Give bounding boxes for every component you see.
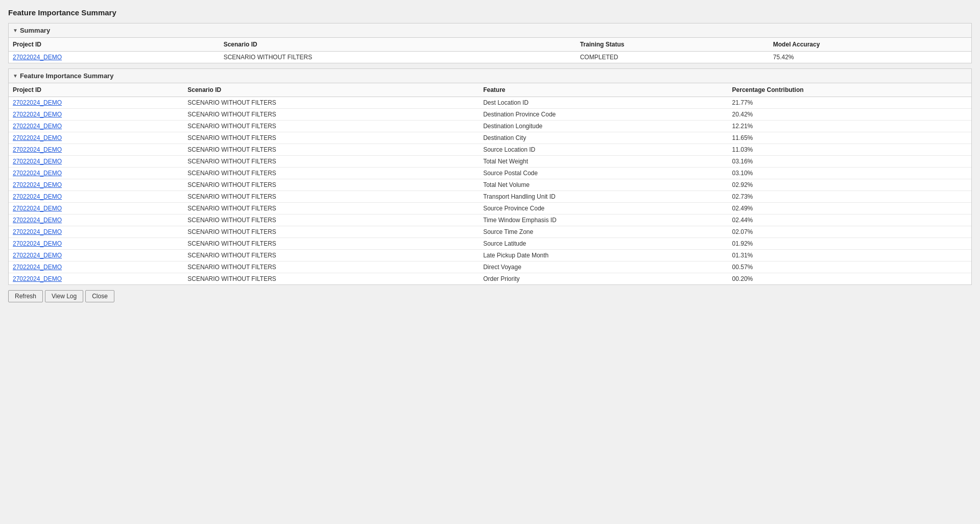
table-row: 27022024_DEMO SCENARIO WITHOUT FILTERS D… (9, 132, 971, 144)
fi-percentage-cell-10: 02.44% (728, 215, 971, 226)
fi-project-link-3[interactable]: 27022024_DEMO (13, 134, 62, 141)
fi-project-link-13[interactable]: 27022024_DEMO (13, 252, 62, 259)
fi-feature-cell-13: Late Pickup Date Month (479, 250, 728, 261)
fi-project-id-cell-9: 27022024_DEMO (9, 203, 183, 215)
fi-scenario-id-cell-8: SCENARIO WITHOUT FILTERS (183, 191, 479, 203)
fi-percentage-cell-2: 12.21% (728, 121, 971, 132)
fi-feature-cell-9: Source Province Code (479, 203, 728, 215)
fi-scenario-id-cell-4: SCENARIO WITHOUT FILTERS (183, 144, 479, 156)
fi-percentage-cell-0: 21.77% (728, 97, 971, 109)
fi-project-id-cell-8: 27022024_DEMO (9, 191, 183, 203)
fi-project-link-7[interactable]: 27022024_DEMO (13, 181, 62, 188)
summary-training-status-cell: COMPLETED (576, 52, 769, 63)
fi-project-id-cell-13: 27022024_DEMO (9, 250, 183, 261)
fi-feature-cell-2: Destination Longitude (479, 121, 728, 132)
table-row: 27022024_DEMO SCENARIO WITHOUT FILTERS L… (9, 250, 971, 261)
fi-scenario-id-cell-2: SCENARIO WITHOUT FILTERS (183, 121, 479, 132)
fi-project-link-4[interactable]: 27022024_DEMO (13, 146, 62, 153)
fi-project-id-cell-5: 27022024_DEMO (9, 156, 183, 168)
summary-model-accuracy-cell: 75.42% (769, 52, 971, 63)
summary-col-project-id: Project ID (9, 38, 220, 52)
fi-scenario-id-cell-0: SCENARIO WITHOUT FILTERS (183, 97, 479, 109)
fi-col-feature: Feature (479, 83, 728, 97)
summary-col-training-status: Training Status (576, 38, 769, 52)
close-button[interactable]: Close (85, 290, 114, 302)
summary-header-label: Summary (20, 27, 50, 34)
summary-section-header: ▼ Summary (9, 23, 971, 38)
feature-importance-section-header: ▼ Feature Importance Summary (9, 69, 971, 83)
fi-percentage-cell-11: 02.07% (728, 226, 971, 238)
fi-scenario-id-cell-10: SCENARIO WITHOUT FILTERS (183, 215, 479, 226)
fi-scenario-id-cell-3: SCENARIO WITHOUT FILTERS (183, 132, 479, 144)
fi-percentage-cell-1: 20.42% (728, 109, 971, 121)
fi-scenario-id-cell-6: SCENARIO WITHOUT FILTERS (183, 168, 479, 179)
fi-percentage-cell-3: 11.65% (728, 132, 971, 144)
table-row: 27022024_DEMO SCENARIO WITHOUT FILTERS S… (9, 144, 971, 156)
fi-feature-cell-3: Destination City (479, 132, 728, 144)
fi-feature-cell-4: Source Location ID (479, 144, 728, 156)
summary-table: Project ID Scenario ID Training Status M… (9, 38, 971, 63)
feature-table-header-row: Project ID Scenario ID Feature Percentag… (9, 83, 971, 97)
buttons-row: Refresh View Log Close (8, 290, 972, 302)
fi-project-id-cell-12: 27022024_DEMO (9, 238, 183, 250)
summary-table-header-row: Project ID Scenario ID Training Status M… (9, 38, 971, 52)
fi-project-id-cell-3: 27022024_DEMO (9, 132, 183, 144)
view-log-button[interactable]: View Log (45, 290, 83, 302)
collapse-icon: ▼ (13, 28, 18, 33)
fi-project-link-11[interactable]: 27022024_DEMO (13, 228, 62, 235)
fi-col-project-id: Project ID (9, 83, 183, 97)
fi-project-link-14[interactable]: 27022024_DEMO (13, 264, 62, 271)
fi-scenario-id-cell-9: SCENARIO WITHOUT FILTERS (183, 203, 479, 215)
table-row: 27022024_DEMO SCENARIO WITHOUT FILTERS D… (9, 261, 971, 273)
fi-project-id-cell-11: 27022024_DEMO (9, 226, 183, 238)
collapse-icon-2: ▼ (13, 73, 18, 79)
table-row: 27022024_DEMO SCENARIO WITHOUT FILTERS T… (9, 191, 971, 203)
fi-project-id-cell-2: 27022024_DEMO (9, 121, 183, 132)
fi-project-id-cell-7: 27022024_DEMO (9, 179, 183, 191)
fi-project-link-0[interactable]: 27022024_DEMO (13, 99, 62, 106)
fi-percentage-cell-8: 02.73% (728, 191, 971, 203)
fi-feature-cell-7: Total Net Volume (479, 179, 728, 191)
summary-scenario-id-cell: SCENARIO WITHOUT FILTERS (220, 52, 576, 63)
fi-project-link-8[interactable]: 27022024_DEMO (13, 193, 62, 200)
summary-project-id-cell: 27022024_DEMO (9, 52, 220, 63)
table-row: 27022024_DEMO SCENARIO WITHOUT FILTERS O… (9, 273, 971, 285)
fi-project-link-2[interactable]: 27022024_DEMO (13, 123, 62, 130)
fi-percentage-cell-9: 02.49% (728, 203, 971, 215)
fi-project-id-cell-0: 27022024_DEMO (9, 97, 183, 109)
fi-scenario-id-cell-5: SCENARIO WITHOUT FILTERS (183, 156, 479, 168)
refresh-button[interactable]: Refresh (8, 290, 43, 302)
fi-scenario-id-cell-13: SCENARIO WITHOUT FILTERS (183, 250, 479, 261)
fi-scenario-id-cell-12: SCENARIO WITHOUT FILTERS (183, 238, 479, 250)
summary-project-link[interactable]: 27022024_DEMO (13, 54, 62, 61)
fi-project-link-5[interactable]: 27022024_DEMO (13, 158, 62, 165)
fi-project-link-6[interactable]: 27022024_DEMO (13, 170, 62, 177)
fi-project-id-cell-14: 27022024_DEMO (9, 261, 183, 273)
table-row: 27022024_DEMO SCENARIO WITHOUT FILTERS D… (9, 109, 971, 121)
fi-feature-cell-11: Source Time Zone (479, 226, 728, 238)
fi-project-link-15[interactable]: 27022024_DEMO (13, 275, 62, 282)
table-row: 27022024_DEMO SCENARIO WITHOUT FILTERS T… (9, 156, 971, 168)
fi-percentage-cell-5: 03.16% (728, 156, 971, 168)
fi-percentage-cell-15: 00.20% (728, 273, 971, 285)
fi-project-link-10[interactable]: 27022024_DEMO (13, 217, 62, 224)
fi-feature-cell-5: Total Net Weight (479, 156, 728, 168)
fi-feature-cell-1: Destination Province Code (479, 109, 728, 121)
fi-scenario-id-cell-14: SCENARIO WITHOUT FILTERS (183, 261, 479, 273)
fi-project-link-9[interactable]: 27022024_DEMO (13, 205, 62, 212)
table-row: 27022024_DEMO SCENARIO WITHOUT FILTERS D… (9, 121, 971, 132)
table-row: 27022024_DEMO SCENARIO WITHOUT FILTERS D… (9, 97, 971, 109)
fi-percentage-cell-13: 01.31% (728, 250, 971, 261)
fi-percentage-cell-4: 11.03% (728, 144, 971, 156)
fi-feature-cell-12: Source Latitude (479, 238, 728, 250)
table-row: 27022024_DEMO SCENARIO WITHOUT FILTERS T… (9, 215, 971, 226)
summary-col-model-accuracy: Model Accuracy (769, 38, 971, 52)
fi-project-link-12[interactable]: 27022024_DEMO (13, 240, 62, 247)
summary-section: ▼ Summary Project ID Scenario ID Trainin… (8, 23, 972, 63)
fi-scenario-id-cell-1: SCENARIO WITHOUT FILTERS (183, 109, 479, 121)
fi-feature-cell-0: Dest Location ID (479, 97, 728, 109)
fi-scenario-id-cell-11: SCENARIO WITHOUT FILTERS (183, 226, 479, 238)
table-row: 27022024_DEMO SCENARIO WITHOUT FILTERS S… (9, 203, 971, 215)
fi-percentage-cell-14: 00.57% (728, 261, 971, 273)
fi-project-link-1[interactable]: 27022024_DEMO (13, 111, 62, 118)
